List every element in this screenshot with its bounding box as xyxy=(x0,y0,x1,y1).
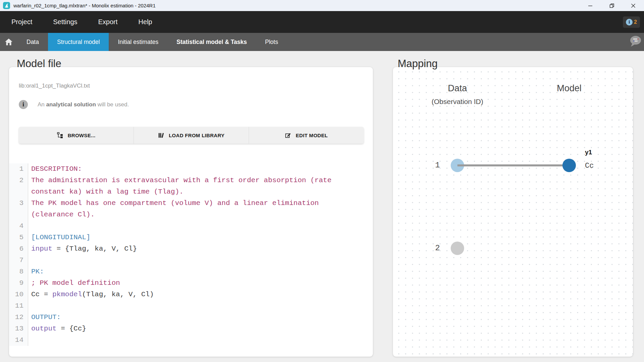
line-number: 13 xyxy=(9,323,28,334)
tab-plots[interactable]: Plots xyxy=(256,33,287,51)
line-number: 14 xyxy=(9,334,28,346)
info-icon: i xyxy=(19,100,28,109)
monolix-window: warfarin_r02_1cmp_tlag.mlxtran* - Monoli… xyxy=(0,0,644,362)
line-number: 10 xyxy=(9,289,28,300)
code-line: OUTPUT: xyxy=(28,312,344,323)
code-line xyxy=(28,255,344,266)
feedback-chat-button[interactable] xyxy=(629,35,642,49)
browse-icon xyxy=(57,132,63,139)
line-number: 5 xyxy=(9,232,28,243)
line-number: 2 xyxy=(9,175,28,198)
button-label: LOAD FROM LIBRARY xyxy=(169,133,225,138)
menu-help[interactable]: Help xyxy=(138,18,152,26)
code-line: [LONGITUDINAL] xyxy=(28,232,344,243)
code-line: input = {Tlag, ka, V, Cl} xyxy=(28,243,344,255)
code-line: DESCRIPTION: xyxy=(28,163,344,175)
line-number: 4 xyxy=(9,220,28,232)
code-row: 3The PK model has one compartment (volum… xyxy=(9,198,344,220)
code-row: 13output = {Cc} xyxy=(9,323,344,334)
code-line: The PK model has one compartment (volume… xyxy=(28,198,344,220)
code-line xyxy=(28,300,344,312)
code-line xyxy=(28,220,344,232)
info-note-text: An analytical solution will be used. xyxy=(38,101,129,108)
info-note-prefix: An xyxy=(38,101,46,108)
model-file-card: lib:oral1_1cpt_TlagkaVCl.txt i An analyt… xyxy=(9,67,373,357)
restore-button[interactable] xyxy=(601,0,623,11)
tab-data[interactable]: Data xyxy=(17,33,48,51)
model-node[interactable] xyxy=(562,159,576,172)
tab-statistical-model-tasks[interactable]: Statistical model & Tasks xyxy=(167,33,256,51)
line-number: 9 xyxy=(9,277,28,289)
menubar: ProjectSettingsExportHelp i 2 xyxy=(0,11,644,33)
info-icon: i xyxy=(626,19,633,25)
code-row: 7 xyxy=(9,255,344,266)
menu-settings[interactable]: Settings xyxy=(53,18,77,26)
line-number: 7 xyxy=(9,255,28,266)
notification-count: 2 xyxy=(634,19,637,25)
line-number: 6 xyxy=(9,243,28,255)
notifications-badge[interactable]: i 2 xyxy=(623,16,640,28)
model-code-editor[interactable]: 1DESCRIPTION:2The administration is extr… xyxy=(9,163,344,346)
minimize-icon xyxy=(588,3,593,8)
menu-export[interactable]: Export xyxy=(98,18,118,26)
info-note-suffix: will be used. xyxy=(96,101,129,108)
code-row: 12OUTPUT: xyxy=(9,312,344,323)
code-row: 11 xyxy=(9,300,344,312)
home-tab[interactable] xyxy=(0,33,17,51)
code-row: 14 xyxy=(9,334,344,346)
model-file-actions: BROWSE...LOAD FROM LIBRARYEDIT MODEL xyxy=(19,127,364,144)
tabs-container: DataStructural modelInitial estimatesSta… xyxy=(17,33,287,51)
window-controls xyxy=(580,0,644,11)
close-icon xyxy=(631,3,636,8)
code-row: 5[LONGITUDINAL] xyxy=(9,232,344,243)
code-row: 6input = {Tlag, ka, V, Cl} xyxy=(9,243,344,255)
menubar-items: ProjectSettingsExportHelp xyxy=(11,18,152,26)
mapping-model-column-title: Model xyxy=(557,83,582,94)
edit-model-icon xyxy=(285,132,291,139)
mapping-data-column-title: Data xyxy=(448,83,467,94)
browse-button[interactable]: BROWSE... xyxy=(19,127,134,144)
button-label: EDIT MODEL xyxy=(296,133,328,138)
model-library-path: lib:oral1_1cpt_TlagkaVCl.txt xyxy=(19,83,90,89)
restore-icon xyxy=(609,3,614,8)
menu-project[interactable]: Project xyxy=(11,18,32,26)
observation-id: 2 xyxy=(420,244,440,253)
model-file-heading: Model file xyxy=(17,56,61,71)
home-icon xyxy=(5,39,12,45)
mapping-connector xyxy=(457,164,569,166)
tab-structural-model[interactable]: Structural model xyxy=(48,33,109,51)
minimize-button[interactable] xyxy=(580,0,601,11)
tabbar: DataStructural modelInitial estimatesSta… xyxy=(0,33,644,51)
edit-model-button[interactable]: EDIT MODEL xyxy=(249,127,364,144)
model-output-name: y1 xyxy=(585,149,592,156)
chat-bubble-icon xyxy=(629,35,642,48)
observation-id: 1 xyxy=(420,161,440,170)
code-row: 9; PK model definition xyxy=(9,277,344,289)
tab-initial-estimates[interactable]: Initial estimates xyxy=(109,33,167,51)
line-number: 3 xyxy=(9,198,28,220)
code-line: PK: xyxy=(28,266,344,277)
mapping-row-2: 2 xyxy=(393,242,633,255)
code-line: The administration is extravascular with… xyxy=(28,175,344,198)
code-line: output = {Cc} xyxy=(28,323,344,334)
code-row: 2The administration is extravascular wit… xyxy=(9,175,344,198)
data-node[interactable] xyxy=(451,242,464,255)
line-number: 8 xyxy=(9,266,28,277)
code-line: ; PK model definition xyxy=(28,277,344,289)
code-row: 4 xyxy=(9,220,344,232)
library-icon xyxy=(158,132,164,139)
close-button[interactable] xyxy=(623,0,644,11)
main-content: Model file Mapping lib:oral1_1cpt_Tlagka… xyxy=(0,51,644,362)
load-from-library-button[interactable]: LOAD FROM LIBRARY xyxy=(134,127,249,144)
window-title: warfarin_r02_1cmp_tlag.mlxtran* - Monoli… xyxy=(13,3,156,8)
line-number: 1 xyxy=(9,163,28,175)
mapping-data-column-subtitle: (Observation ID) xyxy=(432,98,483,106)
mapping-row-1: 1y1Cc xyxy=(393,159,633,172)
analytical-solution-note: i An analytical solution will be used. xyxy=(19,100,129,109)
button-label: BROWSE... xyxy=(68,133,96,138)
code-row: 1DESCRIPTION: xyxy=(9,163,344,175)
code-row: 10Cc = pkmodel(Tlag, ka, V, Cl) xyxy=(9,289,344,300)
line-number: 12 xyxy=(9,312,28,323)
info-note-bold: analytical solution xyxy=(46,101,96,108)
code-line: Cc = pkmodel(Tlag, ka, V, Cl) xyxy=(28,289,344,300)
